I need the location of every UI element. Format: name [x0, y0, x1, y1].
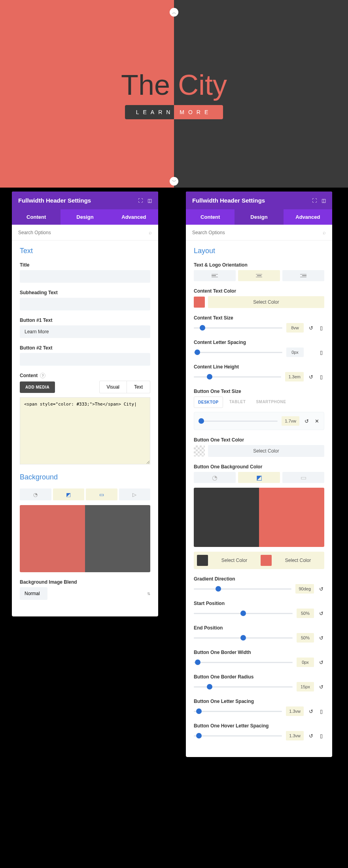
- editor-tab-text[interactable]: Text: [127, 381, 150, 393]
- tab-advanced[interactable]: Advanced: [284, 209, 332, 225]
- reset-icon[interactable]: ↺: [308, 708, 314, 714]
- hero-title: The City: [121, 69, 227, 101]
- device-icon[interactable]: ▯: [318, 708, 324, 714]
- reset-icon[interactable]: ↺: [308, 325, 314, 331]
- content-textarea[interactable]: <span style="color: #333;">The</span> Ci…: [20, 397, 150, 464]
- tab-design[interactable]: Design: [61, 209, 109, 225]
- search-input[interactable]: [192, 230, 323, 235]
- btn1-border-width-label: Button One Border Width: [194, 650, 324, 655]
- reset-icon[interactable]: ↺: [308, 733, 314, 739]
- tab-content[interactable]: Content: [186, 209, 235, 225]
- bg-tab-image[interactable]: ▭: [86, 488, 117, 500]
- tab-advanced[interactable]: Advanced: [110, 209, 158, 225]
- btn1-border-radius-slider[interactable]: [194, 683, 293, 691]
- bg-type-solid[interactable]: ◔: [194, 472, 236, 483]
- content-settings-panel: Fullwidth Header Settings ⛶ ◫ Content De…: [12, 192, 158, 616]
- device-tab-desktop[interactable]: DESKTOP: [194, 396, 223, 408]
- reset-icon[interactable]: ↺: [318, 659, 324, 665]
- bg-type-gradient[interactable]: ◩: [238, 472, 280, 483]
- close-icon[interactable]: ✕: [314, 418, 320, 424]
- search-icon[interactable]: ⌕: [149, 229, 152, 235]
- gradient-direction-slider[interactable]: [194, 585, 291, 593]
- start-position-slider[interactable]: [194, 609, 293, 617]
- tab-content[interactable]: Content: [12, 209, 61, 225]
- reset-icon[interactable]: ↺: [303, 418, 310, 424]
- select-color-button[interactable]: Select Color: [208, 296, 324, 308]
- content-letter-spacing-slider[interactable]: [194, 348, 282, 356]
- align-right-button[interactable]: [282, 270, 324, 281]
- reset-icon[interactable]: ↺: [308, 374, 314, 380]
- reset-icon[interactable]: ↺: [318, 635, 324, 641]
- btn1-border-width-value[interactable]: 0px: [297, 658, 314, 667]
- btn1-text-size-slider[interactable]: [198, 417, 278, 425]
- bg-blend-label: Background Image Blend: [20, 579, 150, 585]
- expand-icon[interactable]: ⛶: [138, 198, 143, 203]
- end-position-value[interactable]: 50%: [297, 633, 314, 643]
- hero-learn-more-button[interactable]: Learn More: [125, 105, 223, 119]
- content-line-height-label: Content Line Height: [194, 364, 324, 370]
- section-background-title: Background: [20, 473, 150, 481]
- snap-icon[interactable]: ◫: [322, 198, 326, 203]
- btn1-letter-spacing-slider[interactable]: [194, 707, 282, 715]
- btn-bg-preview[interactable]: [194, 488, 324, 547]
- bg-tab-video[interactable]: ▷: [119, 488, 151, 500]
- btn1-text-size-value[interactable]: 1.7vw: [282, 416, 299, 426]
- gradient-stop1-swatch[interactable]: [197, 555, 208, 566]
- gradient-direction-value[interactable]: 90deg: [295, 584, 314, 594]
- content-letter-spacing-value[interactable]: 0px: [286, 348, 304, 357]
- content-text-size-slider[interactable]: [194, 324, 282, 332]
- bg-blend-select[interactable]: [20, 587, 47, 600]
- device-icon[interactable]: ▯: [318, 374, 324, 380]
- button1-text-input[interactable]: [20, 325, 150, 338]
- hero-collapse-bottom[interactable]: ﹀: [170, 177, 178, 186]
- title-input[interactable]: [20, 270, 150, 283]
- bg-tab-gradient[interactable]: ◩: [53, 488, 85, 500]
- btn1-border-width-slider[interactable]: [194, 658, 293, 666]
- device-tab-smartphone[interactable]: SMARTPHONE: [252, 396, 290, 408]
- content-text-size-value[interactable]: 8vw: [286, 323, 304, 333]
- background-preview[interactable]: [20, 505, 150, 572]
- btn1-hover-letter-spacing-value[interactable]: 1.3vw: [286, 731, 304, 740]
- search-icon[interactable]: ⌕: [323, 229, 326, 235]
- search-bar: ⌕: [186, 225, 332, 240]
- subheading-input[interactable]: [20, 298, 150, 310]
- device-icon[interactable]: ▯: [318, 349, 324, 355]
- gradient-stop2-swatch[interactable]: [261, 555, 272, 566]
- btn1-hover-letter-spacing-slider[interactable]: [194, 732, 282, 740]
- select-color-button[interactable]: Select Color: [208, 445, 324, 457]
- device-icon[interactable]: ▯: [318, 325, 324, 331]
- gradient-stop2-select[interactable]: Select Color: [275, 558, 321, 563]
- bg-tab-color[interactable]: ◔: [20, 488, 51, 500]
- end-position-slider[interactable]: [194, 634, 293, 642]
- content-line-height-slider[interactable]: [194, 373, 281, 381]
- panel-header: Fullwidth Header Settings ⛶ ◫: [186, 192, 332, 209]
- orientation-label: Text & Logo Orientation: [194, 262, 324, 268]
- dropdown-icon[interactable]: ⇅: [147, 592, 150, 596]
- help-icon[interactable]: ?: [40, 373, 45, 378]
- device-icon[interactable]: ▯: [318, 733, 324, 739]
- gradient-stop1-select[interactable]: Select Color: [211, 558, 257, 563]
- start-position-value[interactable]: 50%: [297, 609, 314, 618]
- device-tab-tablet[interactable]: TABLET: [225, 396, 250, 408]
- tab-design[interactable]: Design: [235, 209, 283, 225]
- editor-tab-visual[interactable]: Visual: [99, 381, 127, 393]
- color-swatch-transparent[interactable]: [194, 445, 205, 457]
- align-left-button[interactable]: [194, 270, 236, 281]
- hero-title-city: City: [178, 69, 227, 101]
- reset-icon[interactable]: ↺: [318, 684, 324, 690]
- search-input[interactable]: [18, 230, 149, 235]
- expand-icon[interactable]: ⛶: [312, 198, 317, 203]
- reset-icon[interactable]: ↺: [318, 586, 324, 592]
- btn1-letter-spacing-value[interactable]: 1.3vw: [286, 706, 304, 716]
- btn1-text-size-label: Button One Text Size: [194, 389, 324, 394]
- button2-text-input[interactable]: [20, 353, 150, 366]
- btn1-border-radius-value[interactable]: 15px: [297, 682, 314, 691]
- add-media-button[interactable]: ADD MEDIA: [20, 381, 55, 393]
- color-swatch-red[interactable]: [194, 297, 205, 308]
- hero-collapse-top[interactable]: ︿: [170, 8, 178, 17]
- snap-icon[interactable]: ◫: [148, 198, 152, 203]
- align-center-button[interactable]: [238, 270, 280, 281]
- reset-icon[interactable]: ↺: [318, 611, 324, 616]
- content-line-height-value[interactable]: 1.3em: [285, 372, 304, 381]
- bg-type-image[interactable]: ▭: [282, 472, 324, 483]
